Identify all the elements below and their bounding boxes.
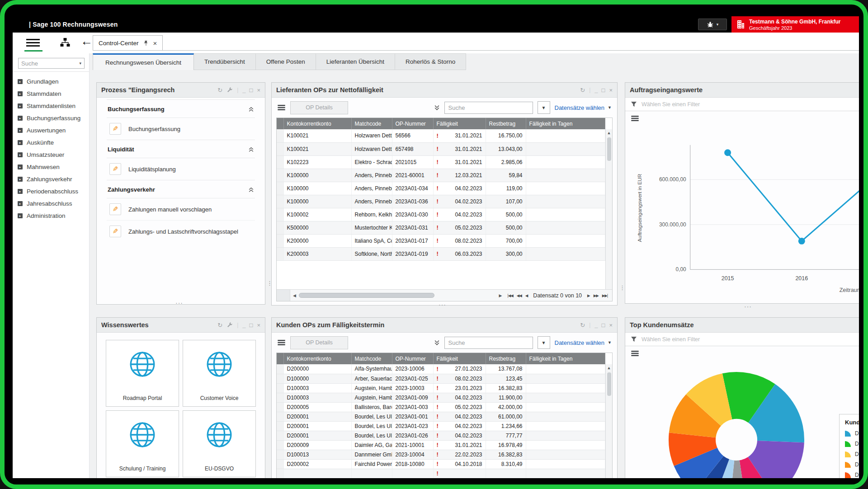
- sidebar-item-administration[interactable]: ▸ Administration: [13, 210, 89, 222]
- sidebar-item-zahlungsverkehr[interactable]: ▸ Zahlungsverkehr: [13, 173, 89, 185]
- table-row[interactable]: K100021 Holzwaren Dettli... 56566 ! 31.0…: [277, 129, 605, 142]
- sidebar-search[interactable]: ▾: [18, 58, 85, 69]
- double-chevron-down-icon[interactable]: [434, 105, 440, 111]
- wrench-icon[interactable]: [226, 322, 233, 328]
- collapse-chevrons-icon[interactable]: [248, 107, 254, 112]
- tile-roadmap-portal[interactable]: Roadmap Portal: [106, 340, 179, 407]
- panel-header[interactable]: Prozess "Eingangsrech ↻ | _ □ ×: [97, 83, 265, 98]
- grid-menu-icon[interactable]: [277, 104, 286, 111]
- table-row[interactable]: D200001 Bourdel, Les Ulix... 2023A01-023…: [277, 421, 605, 431]
- sidebar-item-auswertungen[interactable]: ▸ Auswertungen: [13, 124, 89, 136]
- op-details-button[interactable]: OP Details: [290, 101, 348, 114]
- drag-handle[interactable]: ⋮: [267, 282, 273, 284]
- op-search-input[interactable]: [444, 337, 533, 349]
- back-arrow-icon[interactable]: ←: [80, 34, 93, 48]
- process-item-zahlungen-manuell-vorschlagen[interactable]: ✎ Zahlungen manuell vorschlagen: [107, 198, 255, 220]
- table-row[interactable]: K100000 Anders, Pinneberg 2023A01-034 ! …: [277, 182, 605, 195]
- maximize-icon[interactable]: □: [250, 87, 253, 93]
- next-page-button[interactable]: ▶▶: [594, 293, 599, 298]
- close-icon[interactable]: ×: [257, 322, 260, 328]
- sidebar-item-grundlagen[interactable]: ▸ Grundlagen: [13, 75, 89, 88]
- panel-header[interactable]: Kunden OPs zum Fälligkeitstermin ↻ | _ □…: [272, 318, 617, 333]
- subtab-trend-bersicht[interactable]: Trendübersicht: [194, 53, 256, 70]
- column-header[interactable]: Matchcode: [351, 118, 392, 129]
- close-icon[interactable]: ×: [609, 322, 613, 328]
- scrollbar-thumb[interactable]: [299, 293, 434, 298]
- process-section-header[interactable]: Zahlungsverkehr: [107, 180, 255, 198]
- column-header[interactable]: Kontokorrentkonto: [283, 353, 351, 364]
- pin-icon[interactable]: [143, 40, 149, 46]
- table-row[interactable]: K100000 Anders, Pinneberg 2021-60001 ! 1…: [277, 169, 605, 182]
- table-row[interactable]: D100003 Augstein, Hamb... 2023A01-009 ! …: [277, 393, 605, 402]
- prev-page-button[interactable]: ◀◀: [517, 293, 522, 298]
- horizontal-scrollbar[interactable]: [299, 290, 496, 301]
- table-row[interactable]: !: [277, 469, 605, 478]
- column-header[interactable]: Restbetrag: [486, 118, 526, 129]
- kunden-ops-table[interactable]: KontokorrentkontoMatchcodeOP-NummerFälli…: [277, 353, 605, 478]
- table-row[interactable]: D200001 Bourdel, Les Ulix... 2023A01-026…: [277, 431, 605, 440]
- wrench-icon[interactable]: [226, 87, 233, 93]
- select-records-link[interactable]: Datensätze wählen▼: [555, 339, 612, 346]
- column-header[interactable]: [277, 353, 283, 364]
- scroll-left-icon[interactable]: ◀: [290, 293, 299, 298]
- minimize-icon[interactable]: _: [242, 87, 245, 93]
- refresh-icon[interactable]: ↻: [580, 87, 585, 93]
- table-row[interactable]: K102223 Elektro - Schrade... 2021015 ! 3…: [277, 155, 605, 169]
- column-header[interactable]: [277, 118, 283, 129]
- process-item-buchungserfassung[interactable]: ✎ Buchungserfassung: [107, 118, 255, 140]
- table-row[interactable]: D200009 Daimler AG, Gag... 2021-10001 ! …: [277, 440, 605, 450]
- refresh-icon[interactable]: ↻: [217, 322, 222, 328]
- vertical-scrollbar[interactable]: ▲: [605, 129, 612, 301]
- chart-menu-icon[interactable]: [631, 115, 639, 122]
- table-row[interactable]: K100000 Anders, Pinneberg 2023A01-036 ! …: [277, 195, 605, 208]
- table-row[interactable]: D200000 Alfa-Systemhaus... 2023-10006 ! …: [277, 364, 605, 374]
- table-row[interactable]: D200002 Fairchild Power,... 2018-10080 !…: [277, 459, 605, 469]
- scroll-right-icon[interactable]: ▶: [496, 293, 505, 298]
- column-header[interactable]: Matchcode: [351, 353, 392, 364]
- chevron-down-icon[interactable]: ▾: [79, 61, 81, 66]
- process-section-header[interactable]: Liquidität: [107, 140, 255, 158]
- select-records-link[interactable]: Datensätze wählen▼: [555, 104, 612, 111]
- panel-header[interactable]: Top Kundenumsätze: [625, 318, 859, 333]
- filter-bar[interactable]: Wählen Sie einen Filter: [625, 98, 859, 111]
- column-header[interactable]: Fälligkeit in Tagen: [526, 353, 605, 364]
- table-row[interactable]: D100000 Arber, Sauerlach 2023A01-025 ! 0…: [277, 374, 605, 383]
- drag-handle[interactable]: ···: [744, 305, 752, 308]
- column-header[interactable]: Fälligkeit: [433, 353, 486, 364]
- debug-button[interactable]: ▾: [698, 19, 727, 30]
- filter-bar[interactable]: Wählen Sie einen Filter: [625, 333, 859, 346]
- drag-handle[interactable]: ⋮: [619, 287, 625, 289]
- table-row[interactable]: K100002 Rehborn, Kelkheim 2023A01-030 ! …: [277, 208, 605, 221]
- process-item-zahlungs-und-lastschriftvorschlagsstapel[interactable]: ✎ Zahlungs- und Lastschriftvorschlagssta…: [107, 220, 255, 242]
- subtab-offene-posten[interactable]: Offene Posten: [256, 53, 316, 70]
- tile-customer-voice[interactable]: Customer Voice: [183, 340, 256, 407]
- table-row[interactable]: D100013 Dannmeier Gmb... 2023-10004 ! 22…: [277, 450, 605, 459]
- panel-header[interactable]: Wissenswertes ↻ | _ □ ×: [97, 318, 265, 333]
- tile-eu-dsgvo[interactable]: EU-DSGVO: [183, 410, 256, 477]
- table-row[interactable]: D100003 Augstein, Hamb... 2023-10003 ! 2…: [277, 383, 605, 393]
- op-search-input[interactable]: [444, 102, 533, 114]
- table-row[interactable]: D200005 Ballisteros, Barce... 2023A01-00…: [277, 402, 605, 412]
- filter-dropdown-button[interactable]: ▼: [538, 336, 550, 349]
- column-header[interactable]: OP-Nummer: [392, 353, 433, 364]
- subtab-lieferanten-bersicht[interactable]: Lieferanten Übersicht: [316, 53, 395, 70]
- minimize-icon[interactable]: _: [242, 322, 245, 328]
- sitemap-icon[interactable]: [60, 38, 71, 48]
- sidebar-item-jahresabschluss[interactable]: ▸ Jahresabschluss: [13, 197, 89, 210]
- first-record-button[interactable]: |◀◀: [507, 293, 513, 298]
- company-banner[interactable]: Testmann & Söhne GmbH, Frankfur Geschäft…: [731, 16, 859, 33]
- table-row[interactable]: K100021 Holzwaren Dettli... 657498 ! 31.…: [277, 142, 605, 155]
- maximize-icon[interactable]: □: [602, 322, 605, 328]
- scrollbar-thumb[interactable]: [607, 372, 611, 396]
- sidebar-item-ausk-nfte[interactable]: ▸ Auskünfte: [13, 136, 89, 149]
- process-item-liquidit-tsplanung[interactable]: ✎ Liquiditätsplanung: [107, 158, 255, 180]
- last-record-button[interactable]: ▶▶|: [602, 293, 608, 298]
- drag-handle[interactable]: ···: [439, 303, 446, 306]
- column-header[interactable]: Fälligkeit: [433, 118, 486, 129]
- filter-dropdown-button[interactable]: ▼: [538, 101, 550, 114]
- column-header[interactable]: OP-Nummer: [392, 118, 433, 129]
- scroll-up-icon[interactable]: ▲: [606, 129, 612, 136]
- table-row[interactable]: K200000 Italiano SpA, Cos... 2023A01-017…: [277, 234, 605, 247]
- close-icon[interactable]: ×: [609, 87, 613, 93]
- maximize-icon[interactable]: □: [250, 322, 253, 328]
